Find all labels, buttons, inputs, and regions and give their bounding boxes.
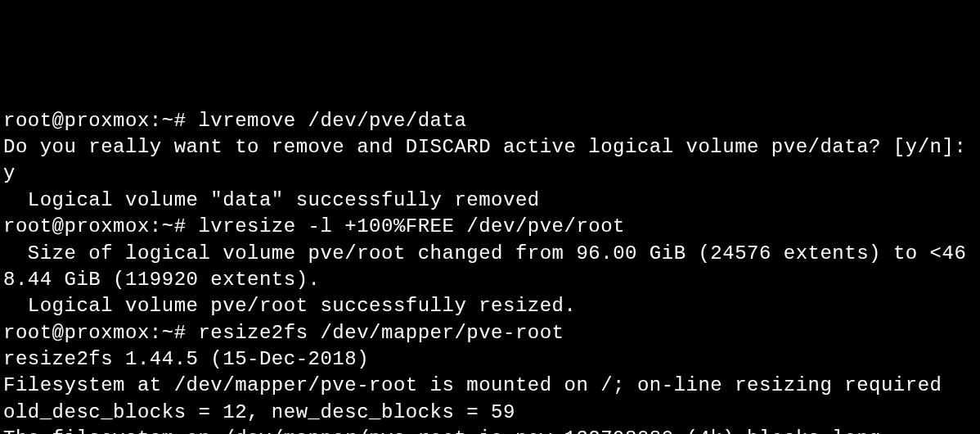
terminal-line-10: The filesystem on /dev/mapper/pve-root i… [3,426,977,434]
terminal-line-2: Logical volume "data" successfully remov… [3,188,977,214]
terminal-line-1: Do you really want to remove and DISCARD… [3,134,977,188]
terminal-line-0: root@proxmox:~# lvremove /dev/pve/data [3,108,977,134]
terminal-line-3: root@proxmox:~# lvresize -l +100%FREE /d… [3,214,977,240]
terminal-line-5: Logical volume pve/root successfully res… [3,293,977,319]
terminal-line-4: Size of logical volume pve/root changed … [3,241,977,294]
terminal-line-8: Filesystem at /dev/mapper/pve-root is mo… [3,373,977,399]
terminal-line-9: old_desc_blocks = 12, new_desc_blocks = … [3,400,977,426]
terminal-line-7: resize2fs 1.44.5 (15-Dec-2018) [3,346,977,373]
terminal-line-6: root@proxmox:~# resize2fs /dev/mapper/pv… [3,320,977,346]
